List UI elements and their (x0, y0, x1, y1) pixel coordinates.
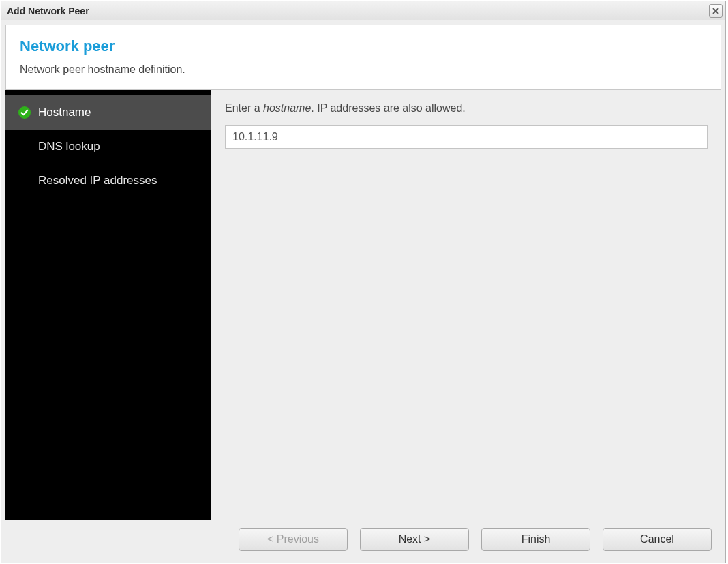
page-title: Network peer (20, 38, 707, 55)
wizard-steps-sidebar: Hostname DNS lookup Resolved IP addresse… (5, 90, 211, 520)
close-icon (712, 8, 719, 14)
step-icon-placeholder (18, 140, 31, 153)
content-panel: Enter a hostname. IP addresses are also … (211, 90, 721, 520)
window-title: Add Network Peer (7, 5, 89, 16)
sidebar-item-hostname[interactable]: Hostname (5, 95, 211, 130)
instruction-suffix: . IP addresses are also allowed. (311, 102, 466, 114)
titlebar: Add Network Peer (1, 1, 725, 20)
page-subtitle: Network peer hostname definition. (20, 63, 707, 76)
instruction-prefix: Enter a (225, 102, 263, 114)
instruction-text: Enter a hostname. IP addresses are also … (225, 102, 708, 115)
instruction-emphasis: hostname (263, 102, 311, 114)
cancel-button[interactable]: Cancel (603, 528, 712, 551)
check-circle-icon (18, 106, 31, 119)
hostname-input[interactable] (225, 125, 708, 149)
footer-buttons: < Previous Next > Finish Cancel (5, 520, 721, 559)
header-panel: Network peer Network peer hostname defin… (5, 25, 721, 90)
step-icon-placeholder (18, 174, 31, 188)
previous-button: < Previous (239, 528, 348, 551)
sidebar-item-label: DNS lookup (38, 140, 100, 153)
sidebar-item-label: Hostname (38, 106, 91, 119)
finish-button[interactable]: Finish (481, 528, 590, 551)
body: Hostname DNS lookup Resolved IP addresse… (5, 90, 721, 520)
next-button[interactable]: Next > (360, 528, 469, 551)
close-button[interactable] (709, 4, 723, 18)
sidebar-item-dns-lookup[interactable]: DNS lookup (5, 130, 211, 164)
sidebar-item-resolved-ip[interactable]: Resolved IP addresses (5, 164, 211, 198)
dialog-add-network-peer: Add Network Peer Network peer Network pe… (1, 1, 726, 563)
sidebar-item-label: Resolved IP addresses (38, 174, 157, 188)
